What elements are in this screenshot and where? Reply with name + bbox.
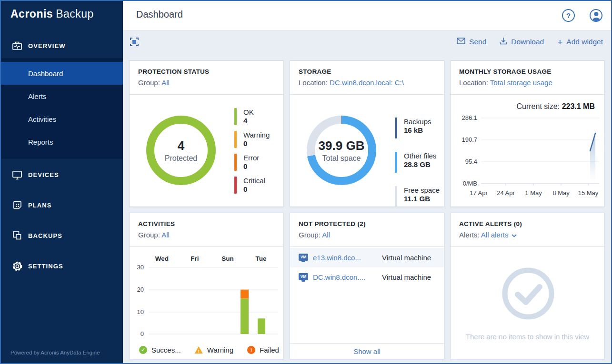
plus-icon: +	[557, 38, 562, 47]
sidebar-item-settings[interactable]: SETTINGS	[1, 255, 123, 277]
widget-body: Current size: 223.1 MB	[451, 95, 604, 207]
widget-activities: ACTIVITIES Group: All Wed Fri Sun Tue	[129, 213, 284, 359]
legend-item-critical: Critical 0	[234, 177, 270, 194]
sidebar-item-label: DEVICES	[28, 171, 59, 178]
warning-color-bar	[234, 131, 237, 148]
widget-header: STORAGE Location: DC.win8.dcon.local: C:…	[290, 61, 444, 95]
current-size: Current size: 223.1 MB	[516, 102, 595, 111]
group-filter-link[interactable]: All	[161, 79, 170, 87]
sidebar: AcronisBackup OVERVIEW Dashboard Alerts …	[1, 1, 123, 363]
page-title: Dashboard	[136, 9, 183, 20]
bar-successful-2	[258, 318, 265, 334]
help-icon[interactable]: ?	[562, 9, 575, 22]
svg-text:Sun: Sun	[221, 255, 234, 262]
group-filter-link[interactable]: All	[322, 231, 330, 239]
error-color-bar	[234, 154, 237, 171]
add-widget-button[interactable]: + Add widget	[557, 38, 603, 47]
legend-item-error: Error 0	[234, 154, 270, 171]
widget-filter: Group: All	[299, 231, 435, 239]
table-row[interactable]: VM e13.win8.dco... Virtual machine	[290, 248, 444, 267]
sidebar-item-label: PLANS	[28, 202, 52, 209]
protected-count: 4	[178, 138, 184, 153]
show-all-link[interactable]: Show all	[290, 343, 444, 359]
monitor-icon	[11, 169, 23, 180]
legend-label: Error	[243, 154, 259, 162]
legend-item-successful: ✓ Succes...	[139, 346, 181, 354]
sidebar-item-backups[interactable]: BACKUPS	[1, 224, 123, 247]
table-row[interactable]: VM DC.win8.dcon.... Virtual machine	[290, 267, 444, 287]
sidebar-item-reports[interactable]: Reports	[1, 130, 123, 153]
location-filter-link[interactable]: Total storage usage	[490, 79, 552, 87]
widget-header: ACTIVITIES Group: All	[130, 213, 283, 247]
svg-text:190.7: 190.7	[462, 136, 477, 143]
group-filter-link[interactable]: All	[161, 231, 170, 239]
sidebar-item-overview[interactable]: OVERVIEW	[1, 35, 123, 56]
empty-state-text: There are no items to show in this view	[451, 333, 604, 341]
plans-icon	[11, 199, 23, 211]
sidebar-item-dashboard[interactable]: Dashboard	[1, 62, 123, 85]
sidebar-item-activities[interactable]: Activities	[1, 108, 123, 130]
acronis-backup-app: AcronisBackup OVERVIEW Dashboard Alerts …	[0, 0, 612, 364]
filter-label: Location:	[459, 79, 488, 87]
svg-text:10: 10	[137, 308, 144, 315]
legend-item-warning: ! Warning	[195, 346, 233, 354]
empty-check-icon	[500, 265, 557, 322]
widget-storage: STORAGE Location: DC.win8.dcon.local: C:…	[290, 60, 444, 207]
gear-icon	[11, 260, 23, 272]
legend-label: Critical	[243, 177, 265, 185]
account-icon[interactable]	[590, 9, 602, 22]
svg-text:Fri: Fri	[191, 255, 199, 262]
widget-active-alerts: ACTIVE ALERTS (0) Alerts: All alerts	[450, 213, 605, 359]
envelope-icon	[457, 38, 465, 46]
legend-item-ok: OK 4	[234, 108, 270, 125]
widget-body: There are no items to show in this view	[451, 247, 604, 359]
svg-text:286.1: 286.1	[462, 114, 477, 121]
sidebar-item-devices[interactable]: DEVICES	[1, 163, 123, 186]
widget-header: NOT PROTECTED (2) Group: All	[290, 213, 444, 247]
machine-name-link[interactable]: DC.win8.dcon....	[313, 273, 369, 281]
other-files-color-bar	[395, 152, 397, 173]
ok-color-bar	[234, 108, 237, 125]
widget-title: ACTIVITIES	[138, 220, 275, 227]
machine-name-link[interactable]: e13.win8.dco...	[313, 254, 369, 262]
fullscreen-icon[interactable]	[130, 38, 139, 46]
warning-icon: !	[195, 346, 203, 354]
legend-item-warning: Warning 0	[234, 131, 270, 148]
location-filter-link[interactable]: DC.win8.dcon.local: C:\	[330, 79, 404, 87]
svg-text:24 Apr: 24 Apr	[497, 189, 515, 197]
activities-bar-chart: Wed Fri Sun Tue 30 20 10 0	[130, 251, 284, 341]
send-label: Send	[469, 38, 486, 46]
widget-body: VM e13.win8.dco... Virtual machine VM DC…	[290, 247, 444, 359]
legend-label: Warning	[207, 346, 233, 354]
sidebar-item-label: OVERVIEW	[28, 42, 66, 49]
legend-value: 28.8 GB	[404, 160, 436, 169]
dashboard-toolbar: Send Download + Add widget	[123, 30, 611, 53]
subnav-item-label: Activities	[28, 115, 56, 123]
widget-header: PROTECTION STATUS Group: All	[130, 61, 283, 95]
widget-not-protected: NOT PROTECTED (2) Group: All VM e13.win8…	[290, 213, 444, 359]
legend-value: 4	[243, 117, 254, 125]
virtual-machine-icon: VM	[299, 254, 308, 262]
sidebar-item-plans[interactable]: PLANS	[1, 194, 123, 216]
widget-body: Wed Fri Sun Tue 30 20 10 0	[130, 247, 283, 359]
sidebar-item-alerts[interactable]: Alerts	[1, 85, 123, 108]
protected-label: Protected	[165, 154, 197, 163]
vm-icon-text: VM	[299, 273, 308, 280]
svg-text:0: 0	[140, 330, 144, 337]
legend-item-other-files: Other files 28.8 GB	[395, 152, 440, 173]
alerts-filter-dropdown[interactable]: All alerts	[481, 231, 517, 239]
account-head-shape	[594, 12, 598, 16]
legend-label: Succes...	[151, 346, 181, 354]
failed-icon: !	[247, 346, 255, 354]
svg-text:Tue: Tue	[256, 255, 267, 262]
total-space-label: Total space	[322, 154, 361, 163]
main-area: Dashboard ?	[123, 1, 611, 363]
vm-icon-stand	[301, 280, 305, 282]
subnav-item-label: Dashboard	[28, 69, 63, 78]
vm-icon-stand	[301, 261, 305, 262]
success-icon: ✓	[139, 346, 147, 354]
send-button[interactable]: Send	[457, 38, 486, 46]
svg-text:95.4: 95.4	[465, 158, 477, 165]
subnav-item-label: Alerts	[28, 92, 46, 100]
download-button[interactable]: Download	[500, 37, 544, 47]
